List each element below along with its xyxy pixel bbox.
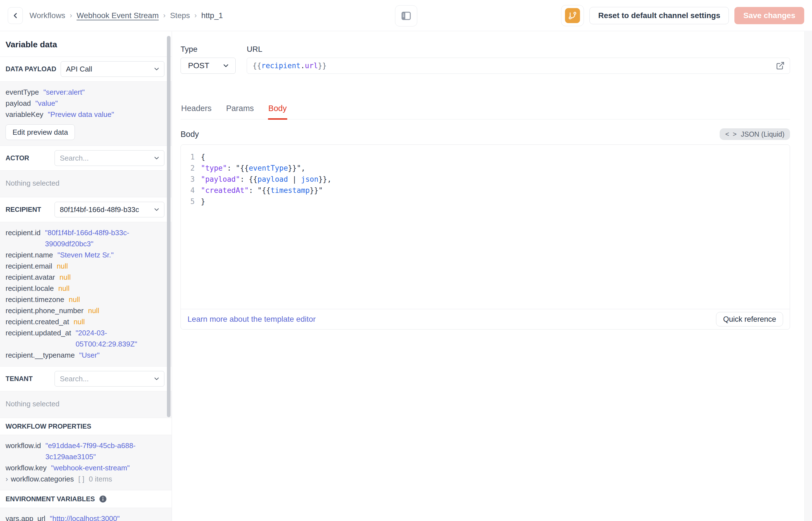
section-label-workflow-properties: WORKFLOW PROPERTIES [5, 423, 91, 430]
variable-value: "http://localhost:3000" [50, 513, 164, 521]
code-token: } [201, 197, 205, 206]
variable-row: recipient.name"Steven Metz Sr." [5, 249, 164, 260]
variable-row[interactable]: ›workflow.categories[ ]0 items [5, 473, 164, 484]
code-text: "createdAt": "{{timestamp}}" [201, 185, 323, 196]
code-text: "payload": {{payload | json}}, [201, 174, 332, 185]
code-editor[interactable]: 1{2"type": "{{eventType}}",3"payload": {… [181, 145, 790, 309]
quick-reference-button[interactable]: Quick reference [716, 312, 783, 326]
info-icon[interactable] [99, 495, 107, 503]
sidebar-section-actor: ACTORSearch... [0, 146, 172, 170]
variable-row: recipient.__typename"User" [5, 349, 164, 361]
sidebar-panel-icon [400, 10, 412, 22]
code-line: 1{ [181, 152, 790, 162]
line-number: 3 [181, 174, 201, 185]
variable-value: null [88, 305, 164, 316]
tenant-select-value: Search... [60, 375, 151, 383]
request-row: Type POST URL {{recipient.url}} [181, 45, 790, 74]
sidebar-section-workflow-properties: WORKFLOW PROPERTIES [0, 418, 172, 435]
breadcrumb-item-workflows[interactable]: Workflows [29, 11, 65, 20]
variable-row: recipient.avatarnull [5, 272, 164, 283]
actor-select[interactable]: Search... [54, 150, 164, 166]
sidebar-section-recipient: RECIPIENT80f1f4bf-166d-48f9-b33c [0, 197, 172, 222]
variable-data-sidebar: Variable data DATA PAYLOADAPI CalleventT… [0, 31, 172, 521]
variable-row: recipient.created_atnull [5, 316, 164, 327]
variable-value: null [59, 272, 164, 283]
url-label: URL [247, 45, 790, 54]
section-label-tenant: TENANT [5, 375, 50, 383]
sidebar-title: Variable data [0, 31, 172, 56]
variable-key: recipient.locale [5, 283, 54, 294]
chevron-down-icon [153, 206, 160, 213]
data-payload-select[interactable]: API Call [61, 61, 164, 77]
code-line: 2"type": "{{eventType}}", [181, 162, 790, 174]
variable-row: payload"value" [5, 98, 164, 109]
code-token: : "{{ [227, 164, 249, 172]
variable-key: recipient.updated_at [5, 327, 71, 338]
chevron-down-icon [222, 62, 230, 70]
url-token: url [305, 62, 318, 70]
panel-toggle-button[interactable] [395, 5, 417, 26]
actor-empty-state: Nothing selected [0, 170, 172, 197]
variable-value: "80f1f4bf-166d-48f9-b33c-39009df20bc3" [45, 227, 164, 249]
variable-sections: DATA PAYLOADAPI CalleventType"server:ale… [0, 57, 172, 521]
variable-value: null [69, 294, 164, 305]
breadcrumb-separator: › [163, 11, 166, 20]
variable-key: recipient.phone_number [5, 305, 83, 316]
tenant-select[interactable]: Search... [54, 371, 164, 387]
breadcrumb-item-webhook-event-stream[interactable]: Webhook Event Stream [76, 11, 159, 20]
version-button[interactable] [561, 5, 584, 26]
recipient-select[interactable]: 80f1f4bf-166d-48f9-b33c [54, 202, 164, 217]
tab-headers[interactable]: Headers [181, 104, 212, 119]
code-token: }}, [318, 175, 332, 183]
tab-body[interactable]: Body [268, 104, 287, 119]
url-value: {{recipient.url}} [253, 62, 772, 70]
tenant-empty-state: Nothing selected [0, 391, 172, 418]
variable-key: recipient.avatar [5, 272, 55, 283]
url-input[interactable]: {{recipient.url}} [247, 58, 790, 74]
recipient-preview: recipient.id"80f1f4bf-166d-48f9-b33c-390… [0, 222, 172, 366]
code-token: { [201, 153, 205, 161]
top-bar: Workflows›Webhook Event Stream›Steps›htt… [0, 0, 812, 31]
code-token: : {{ [240, 175, 258, 183]
code-text: } [201, 196, 205, 207]
code-icon: < > [725, 130, 737, 138]
code-token: }}" [310, 186, 323, 195]
main-content: Type POST URL {{recipient.url}} [172, 31, 790, 330]
sidebar-scrollbar[interactable] [167, 36, 170, 417]
code-token: "createdAt" [201, 186, 249, 195]
language-badge: < > JSON (Liquid) [720, 128, 790, 140]
main-scrollbar-gutter[interactable] [805, 31, 812, 521]
chevron-left-icon [11, 12, 20, 20]
variable-value: "Preview data value" [48, 109, 164, 120]
line-number: 5 [181, 196, 201, 207]
empty-state-text: Nothing selected [5, 396, 164, 412]
url-token: }} [318, 62, 327, 70]
save-changes-button[interactable]: Save changes [734, 7, 804, 24]
variable-row: variableKey"Preview data value" [5, 109, 164, 120]
body-section-header: Body < > JSON (Liquid) [181, 128, 790, 140]
section-label-data-payload: DATA PAYLOAD [5, 65, 56, 73]
variable-key: eventType [5, 87, 39, 98]
breadcrumb-item-steps[interactable]: Steps [170, 11, 190, 20]
type-select[interactable]: POST [181, 58, 236, 74]
tab-params[interactable]: Params [225, 104, 255, 119]
variable-value: "Steven Metz Sr." [57, 249, 164, 260]
section-label-actor: ACTOR [5, 154, 50, 162]
learn-more-link[interactable]: Learn more about the template editor [188, 315, 316, 324]
environment-variables-values: vars.app_url"http://localhost:3000"vars.… [0, 508, 172, 521]
variable-row: recipient.timezonenull [5, 294, 164, 305]
code-token: payload [258, 175, 288, 183]
url-token: . [301, 62, 305, 70]
edit-preview-data-button[interactable]: Edit preview data [5, 124, 75, 140]
back-button[interactable] [8, 7, 23, 24]
code-line: 5} [181, 196, 790, 207]
sidebar-section-environment-variables: ENVIRONMENT VARIABLES [0, 491, 172, 508]
reset-default-channel-settings-button[interactable]: Reset to default channel settings [590, 7, 729, 24]
variable-row: vars.app_url"http://localhost:3000" [5, 513, 164, 521]
variable-key: recipient.created_at [5, 316, 69, 327]
external-link-icon[interactable] [776, 61, 785, 70]
variable-key: recipient.id [5, 227, 41, 238]
variable-value: "User" [79, 349, 164, 361]
code-line: 3"payload": {{payload | json}}, [181, 174, 790, 185]
code-token: "type" [201, 164, 227, 172]
